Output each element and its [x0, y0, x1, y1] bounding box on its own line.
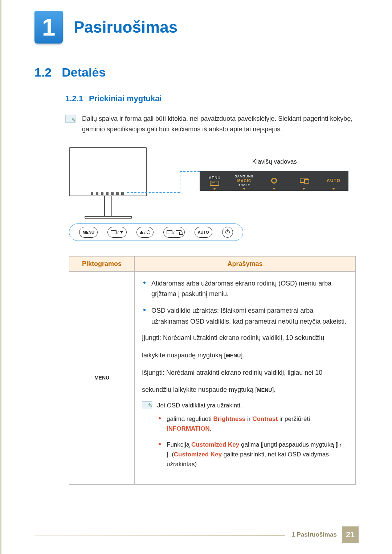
section-number: 1.2: [34, 65, 52, 79]
menu-desc-b2: OSD valdiklio užraktas: Išlaikomi esami …: [142, 305, 348, 327]
menu-desc-p1b: laikykite nuspaudę mygtuką [MENU].: [142, 350, 348, 361]
subsection-title: Priekiniai mygtukai: [89, 94, 162, 103]
menu-button-icon: MENU: [79, 227, 97, 238]
source-enter-button-icon: /: [163, 227, 185, 238]
osd-menu-cell: MENU: [200, 171, 229, 191]
note-icon: [65, 115, 75, 123]
power-button-icon: [222, 227, 233, 238]
s1-end: .: [210, 425, 212, 432]
subsection-heading: 1.2.1 Priekiniai mygtukai: [65, 94, 363, 103]
subnote-item-2: Funkciją Customized Key galima įjungti p…: [157, 440, 348, 469]
information-term: INFORMATION: [167, 425, 210, 432]
chapter-title: Pasiruošimas: [74, 18, 177, 36]
osd-samsung-label: SAMSUNG: [235, 175, 254, 178]
osd-auto-label: AUTO: [327, 178, 340, 183]
customized-key-term: Customized Key: [191, 441, 239, 448]
osd-brightness-cell: [259, 171, 289, 191]
chapter-number-badge: 1: [34, 11, 63, 44]
section-heading: 1.2 Detalės: [34, 65, 363, 79]
note-icon: [142, 401, 152, 409]
menu-desc-b1: Atidaromas arba uždaromas ekrano rodinių…: [142, 278, 348, 300]
osd-menu-label: MENU: [208, 176, 220, 180]
p1b-post: ].: [241, 352, 244, 359]
s1-mid: ir: [245, 415, 252, 422]
source-osd-icon: [300, 178, 308, 183]
col-desc-header: Aprašymas: [135, 256, 356, 271]
s1-post: ir peržiūrėti: [278, 415, 310, 422]
menu-icon-cell: MENU: [69, 271, 135, 485]
s2-post: ]. (: [167, 451, 174, 458]
menu-desc-p2b: sekundžių laikykite nuspaudę mygtuką [ME…: [142, 385, 348, 395]
brightness-osd-icon: [271, 178, 277, 184]
footer-breadcrumb: 1 Pasiruošimas: [285, 531, 337, 538]
key-guide-label: Klavišų vadovas: [252, 158, 297, 165]
contrast-term: Contrast: [252, 415, 278, 422]
menu-desc-p2a: Išjungti: Norėdami atrakinti ekrano rodi…: [142, 368, 348, 378]
auto-button-icon: AUTO: [195, 227, 212, 238]
table-row: MENU Atidaromas arba uždaromas ekrano ro…: [69, 271, 356, 485]
chapter-header: 1 Pasiruošimas: [34, 11, 363, 44]
page-footer: 1 Pasiruošimas 21: [0, 526, 392, 543]
osd-button-strip: MENU SAMSUNG MAGIC ANGLE AUTO: [200, 171, 348, 191]
section-title: Detalės: [62, 65, 106, 79]
osd-auto-cell: AUTO: [319, 171, 348, 191]
menu-subnote: Jei OSD valdikliai yra užrakinti, galima…: [142, 401, 348, 475]
menu-inline-icon: MENU: [257, 387, 272, 393]
intro-note: Dalių spalva ir forma gali būti kitokia,…: [65, 114, 363, 135]
menu-inline-icon: MENU: [226, 353, 241, 358]
custom-down-button-icon: /: [107, 227, 127, 238]
osd-magic-cell: SAMSUNG MAGIC ANGLE: [229, 171, 259, 191]
custom-key-inline-icon: [338, 442, 346, 447]
customized-key-term: Customized Key: [174, 451, 222, 458]
intro-note-text: Dalių spalva ir forma gali būti kitokia,…: [82, 114, 363, 135]
osd-angle-label: ANGLE: [238, 184, 250, 187]
physical-button-row: MENU / / / AUTO: [69, 223, 243, 241]
brightness-term: Brightness: [213, 415, 246, 422]
up-bright-button-icon: /: [136, 227, 154, 238]
button-description-table: Piktogramos Aprašymas MENU Atidaromas ar…: [69, 256, 356, 485]
s1-pre: galima reguliuoti: [167, 415, 213, 422]
front-buttons-diagram: Klavišų vadovas MENU SAMSUNG MAGIC ANGLE: [69, 147, 330, 242]
p1b-pre: laikykite nuspaudę mygtuką [: [142, 352, 226, 359]
col-icons-header: Piktogramos: [69, 256, 135, 271]
menu-osd-icon: [210, 181, 219, 186]
osd-source-cell: [289, 171, 319, 191]
p2b-post: ].: [272, 386, 275, 393]
menu-desc-p1a: Įjungti: Norėdami užrakinti ekrano rodin…: [142, 333, 348, 344]
osd-magic-label: MAGIC: [237, 179, 251, 183]
p2b-pre: sekundžių laikykite nuspaudę mygtuką [: [142, 386, 257, 393]
subsection-number: 1.2.1: [65, 94, 83, 103]
subnote-item-1: galima reguliuoti Brightness ir Contrast…: [157, 414, 348, 434]
monitor-illustration: [69, 147, 147, 219]
subnote-intro: Jei OSD valdikliai yra užrakinti,: [157, 401, 348, 410]
menu-desc-cell: Atidaromas arba uždaromas ekrano rodinių…: [135, 271, 356, 485]
s2-mid: galima įjungti paspaudus mygtuką [: [239, 441, 337, 448]
footer-page-number: 21: [342, 526, 359, 543]
s2-pre: Funkciją: [167, 441, 191, 448]
